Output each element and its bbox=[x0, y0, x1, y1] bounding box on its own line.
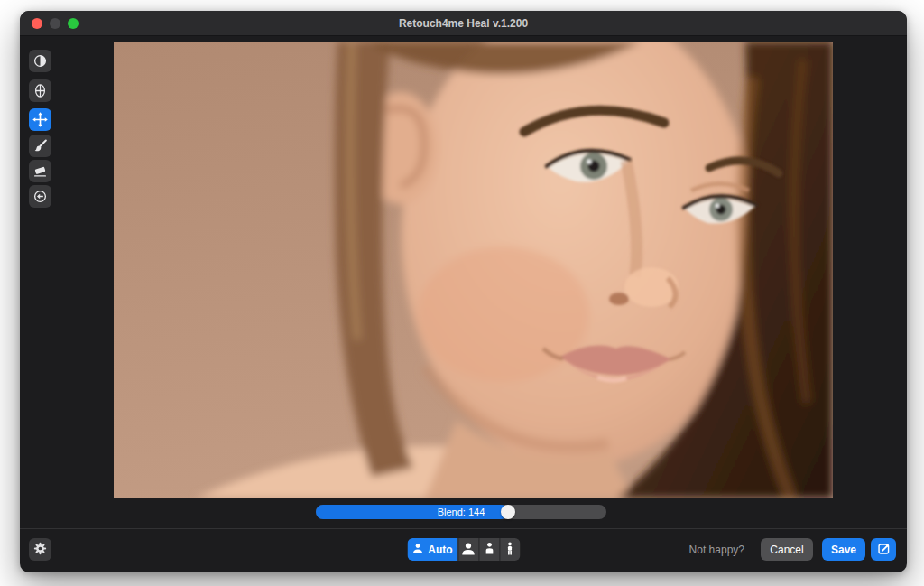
tool-before-after-split[interactable] bbox=[29, 50, 51, 72]
settings-button[interactable] bbox=[29, 538, 51, 561]
photo-canvas[interactable] bbox=[114, 42, 833, 498]
eraser-icon bbox=[32, 163, 49, 180]
mode-portrait-button[interactable] bbox=[457, 538, 478, 561]
bottom-divider bbox=[20, 528, 907, 529]
tool-brush[interactable] bbox=[29, 135, 51, 157]
tool-mask-overlay[interactable] bbox=[29, 79, 51, 102]
circle-arrow-icon bbox=[32, 188, 49, 205]
not-happy-link[interactable]: Not happy? bbox=[689, 544, 744, 556]
blend-slider-thumb[interactable] bbox=[501, 505, 515, 519]
action-buttons: Not happy? Cancel Save bbox=[689, 538, 896, 561]
body-mode-segmented-control: Auto bbox=[407, 538, 520, 561]
person-portrait-icon bbox=[462, 542, 476, 558]
tool-eraser[interactable] bbox=[29, 160, 51, 182]
tool-move[interactable] bbox=[29, 108, 51, 131]
portrait-photo bbox=[114, 42, 833, 498]
blend-slider-label: Blend: 144 bbox=[316, 505, 606, 519]
window-title: Retouch4me Heal v.1.200 bbox=[20, 11, 907, 36]
mode-auto-button[interactable]: Auto bbox=[407, 538, 457, 561]
move-arrows-icon bbox=[32, 111, 49, 128]
brush-icon bbox=[32, 137, 49, 154]
tool-pick-direction[interactable] bbox=[29, 185, 51, 208]
desktop-background: Retouch4me Heal v.1.200 bbox=[0, 0, 924, 586]
mode-auto-label: Auto bbox=[428, 544, 452, 556]
blend-slider[interactable]: Blend: 144 bbox=[316, 505, 606, 519]
gear-icon bbox=[32, 541, 48, 559]
cancel-button[interactable]: Cancel bbox=[761, 538, 813, 561]
edit-panel-icon bbox=[877, 542, 891, 558]
half-filled-circle-icon bbox=[32, 52, 49, 70]
wireframe-oval-icon bbox=[32, 82, 49, 99]
save-button[interactable]: Save bbox=[822, 538, 865, 561]
titlebar: Retouch4me Heal v.1.200 bbox=[20, 11, 907, 36]
person-fullbody-icon bbox=[504, 542, 517, 558]
plugin-panel-button[interactable] bbox=[871, 538, 896, 561]
person-halfbody-icon bbox=[483, 542, 495, 557]
person-bust-icon bbox=[411, 543, 423, 557]
mode-halfbody-button[interactable] bbox=[478, 538, 499, 561]
mode-fullbody-button[interactable] bbox=[499, 538, 520, 561]
app-window: Retouch4me Heal v.1.200 bbox=[20, 11, 907, 572]
